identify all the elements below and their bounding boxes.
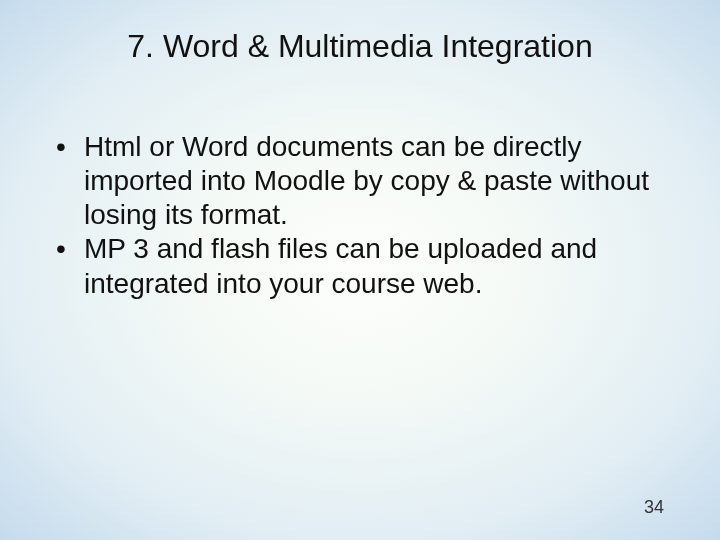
bullet-text: Html or Word documents can be directly i… <box>84 130 664 232</box>
page-number: 34 <box>644 497 664 518</box>
bullet-text: MP 3 and flash files can be uploaded and… <box>84 232 664 300</box>
slide-title: 7. Word & Multimedia Integration <box>0 28 720 65</box>
bullet-icon: • <box>56 232 84 266</box>
slide: 7. Word & Multimedia Integration • Html … <box>0 0 720 540</box>
bullet-icon: • <box>56 130 84 164</box>
list-item: • MP 3 and flash files can be uploaded a… <box>56 232 664 300</box>
list-item: • Html or Word documents can be directly… <box>56 130 664 232</box>
slide-body: • Html or Word documents can be directly… <box>56 130 664 301</box>
